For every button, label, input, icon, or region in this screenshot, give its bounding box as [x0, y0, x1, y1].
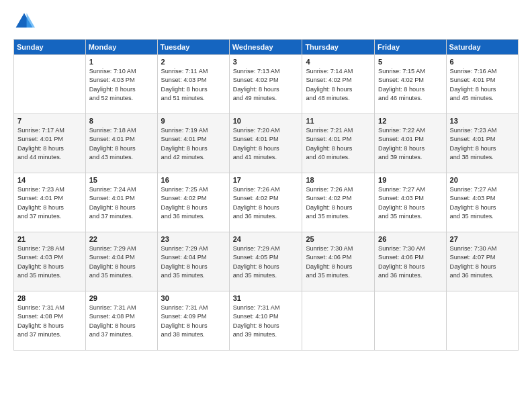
day-number: 2: [161, 58, 226, 66]
day-cell-17: 17Sunrise: 7:26 AM Sunset: 4:02 PM Dayli…: [229, 173, 302, 232]
empty-cell: [446, 291, 518, 351]
day-info: Sunrise: 7:31 AM Sunset: 4:08 PM Dayligh…: [89, 304, 154, 339]
day-info: Sunrise: 7:24 AM Sunset: 4:01 PM Dayligh…: [89, 185, 154, 221]
calendar-week-5: 28Sunrise: 7:31 AM Sunset: 4:08 PM Dayli…: [14, 291, 519, 351]
day-number: 21: [17, 235, 82, 243]
page: SundayMondayTuesdayWednesdayThursdayFrid…: [0, 0, 532, 411]
day-number: 28: [17, 294, 82, 302]
day-cell-26: 26Sunrise: 7:30 AM Sunset: 4:06 PM Dayli…: [375, 232, 446, 291]
day-number: 31: [233, 294, 299, 302]
day-number: 18: [306, 176, 371, 184]
day-info: Sunrise: 7:10 AM Sunset: 4:03 PM Dayligh…: [89, 67, 154, 103]
day-cell-14: 14Sunrise: 7:23 AM Sunset: 4:01 PM Dayli…: [14, 173, 86, 232]
day-info: Sunrise: 7:26 AM Sunset: 4:02 PM Dayligh…: [306, 185, 371, 221]
calendar-week-1: 1Sunrise: 7:10 AM Sunset: 4:03 PM Daylig…: [14, 55, 519, 114]
day-info: Sunrise: 7:29 AM Sunset: 4:05 PM Dayligh…: [233, 244, 299, 280]
day-cell-10: 10Sunrise: 7:20 AM Sunset: 4:01 PM Dayli…: [229, 114, 302, 173]
day-cell-31: 31Sunrise: 7:31 AM Sunset: 4:10 PM Dayli…: [229, 291, 302, 351]
day-info: Sunrise: 7:28 AM Sunset: 4:03 PM Dayligh…: [17, 244, 82, 280]
logo: [13, 11, 38, 32]
day-cell-9: 9Sunrise: 7:19 AM Sunset: 4:01 PM Daylig…: [157, 114, 229, 173]
day-number: 5: [378, 58, 442, 66]
day-cell-11: 11Sunrise: 7:21 AM Sunset: 4:01 PM Dayli…: [302, 114, 375, 173]
day-number: 17: [233, 176, 299, 184]
weekday-header-saturday: Saturday: [446, 40, 518, 55]
day-number: 3: [233, 58, 299, 66]
svg-marker-1: [27, 13, 35, 28]
day-number: 16: [161, 176, 226, 184]
day-info: Sunrise: 7:30 AM Sunset: 4:07 PM Dayligh…: [450, 244, 515, 280]
day-info: Sunrise: 7:30 AM Sunset: 4:06 PM Dayligh…: [306, 244, 371, 280]
day-number: 14: [17, 176, 82, 184]
day-number: 23: [161, 235, 226, 243]
weekday-header-row: SundayMondayTuesdayWednesdayThursdayFrid…: [14, 40, 519, 55]
day-info: Sunrise: 7:13 AM Sunset: 4:02 PM Dayligh…: [233, 67, 299, 103]
day-info: Sunrise: 7:23 AM Sunset: 4:01 PM Dayligh…: [17, 185, 82, 221]
day-cell-19: 19Sunrise: 7:27 AM Sunset: 4:03 PM Dayli…: [375, 173, 446, 232]
day-number: 4: [306, 58, 371, 66]
day-number: 29: [89, 294, 154, 302]
day-info: Sunrise: 7:22 AM Sunset: 4:01 PM Dayligh…: [378, 126, 442, 162]
day-info: Sunrise: 7:27 AM Sunset: 4:03 PM Dayligh…: [378, 185, 442, 221]
day-number: 9: [161, 117, 226, 125]
day-info: Sunrise: 7:15 AM Sunset: 4:02 PM Dayligh…: [378, 67, 442, 103]
day-number: 30: [161, 294, 226, 302]
weekday-header-friday: Friday: [375, 40, 446, 55]
day-number: 1: [89, 58, 154, 66]
weekday-header-monday: Monday: [85, 40, 157, 55]
day-cell-8: 8Sunrise: 7:18 AM Sunset: 4:01 PM Daylig…: [85, 114, 157, 173]
day-cell-7: 7Sunrise: 7:17 AM Sunset: 4:01 PM Daylig…: [14, 114, 86, 173]
day-number: 20: [450, 176, 515, 184]
day-info: Sunrise: 7:16 AM Sunset: 4:01 PM Dayligh…: [450, 67, 515, 103]
day-cell-5: 5Sunrise: 7:15 AM Sunset: 4:02 PM Daylig…: [375, 55, 446, 114]
day-number: 15: [89, 176, 154, 184]
day-info: Sunrise: 7:21 AM Sunset: 4:01 PM Dayligh…: [306, 126, 371, 162]
day-info: Sunrise: 7:29 AM Sunset: 4:04 PM Dayligh…: [161, 244, 226, 280]
day-cell-18: 18Sunrise: 7:26 AM Sunset: 4:02 PM Dayli…: [302, 173, 375, 232]
empty-cell: [302, 291, 375, 351]
day-cell-6: 6Sunrise: 7:16 AM Sunset: 4:01 PM Daylig…: [446, 55, 518, 114]
day-cell-2: 2Sunrise: 7:11 AM Sunset: 4:03 PM Daylig…: [157, 55, 229, 114]
day-cell-1: 1Sunrise: 7:10 AM Sunset: 4:03 PM Daylig…: [85, 55, 157, 114]
day-number: 11: [306, 117, 371, 125]
day-info: Sunrise: 7:18 AM Sunset: 4:01 PM Dayligh…: [89, 126, 154, 162]
day-cell-23: 23Sunrise: 7:29 AM Sunset: 4:04 PM Dayli…: [157, 232, 229, 291]
calendar-week-2: 7Sunrise: 7:17 AM Sunset: 4:01 PM Daylig…: [14, 114, 519, 173]
header: [13, 11, 519, 32]
weekday-header-wednesday: Wednesday: [229, 40, 302, 55]
day-cell-25: 25Sunrise: 7:30 AM Sunset: 4:06 PM Dayli…: [302, 232, 375, 291]
day-number: 6: [450, 58, 515, 66]
calendar-week-4: 21Sunrise: 7:28 AM Sunset: 4:03 PM Dayli…: [14, 232, 519, 291]
day-info: Sunrise: 7:23 AM Sunset: 4:01 PM Dayligh…: [450, 126, 515, 162]
day-cell-13: 13Sunrise: 7:23 AM Sunset: 4:01 PM Dayli…: [446, 114, 518, 173]
day-info: Sunrise: 7:19 AM Sunset: 4:01 PM Dayligh…: [161, 126, 226, 162]
day-number: 8: [89, 117, 154, 125]
day-number: 19: [378, 176, 442, 184]
day-number: 13: [450, 117, 515, 125]
day-info: Sunrise: 7:31 AM Sunset: 4:10 PM Dayligh…: [233, 304, 299, 339]
day-cell-29: 29Sunrise: 7:31 AM Sunset: 4:08 PM Dayli…: [85, 291, 157, 351]
day-cell-12: 12Sunrise: 7:22 AM Sunset: 4:01 PM Dayli…: [375, 114, 446, 173]
calendar-week-3: 14Sunrise: 7:23 AM Sunset: 4:01 PM Dayli…: [14, 173, 519, 232]
weekday-header-sunday: Sunday: [14, 40, 86, 55]
day-number: 27: [450, 235, 515, 243]
day-cell-3: 3Sunrise: 7:13 AM Sunset: 4:02 PM Daylig…: [229, 55, 302, 114]
day-cell-22: 22Sunrise: 7:29 AM Sunset: 4:04 PM Dayli…: [85, 232, 157, 291]
day-info: Sunrise: 7:26 AM Sunset: 4:02 PM Dayligh…: [233, 185, 299, 221]
day-info: Sunrise: 7:31 AM Sunset: 4:08 PM Dayligh…: [17, 304, 82, 339]
day-info: Sunrise: 7:11 AM Sunset: 4:03 PM Dayligh…: [161, 67, 226, 103]
day-info: Sunrise: 7:30 AM Sunset: 4:06 PM Dayligh…: [378, 244, 442, 280]
day-cell-28: 28Sunrise: 7:31 AM Sunset: 4:08 PM Dayli…: [14, 291, 86, 351]
day-info: Sunrise: 7:25 AM Sunset: 4:02 PM Dayligh…: [161, 185, 226, 221]
day-info: Sunrise: 7:31 AM Sunset: 4:09 PM Dayligh…: [161, 304, 226, 339]
day-cell-4: 4Sunrise: 7:14 AM Sunset: 4:02 PM Daylig…: [302, 55, 375, 114]
day-info: Sunrise: 7:29 AM Sunset: 4:04 PM Dayligh…: [89, 244, 154, 280]
day-number: 7: [17, 117, 82, 125]
day-number: 10: [233, 117, 299, 125]
weekday-header-thursday: Thursday: [302, 40, 375, 55]
day-number: 12: [378, 117, 442, 125]
empty-cell: [14, 55, 86, 114]
day-info: Sunrise: 7:27 AM Sunset: 4:03 PM Dayligh…: [450, 185, 515, 221]
day-number: 24: [233, 235, 299, 243]
day-number: 26: [378, 235, 442, 243]
